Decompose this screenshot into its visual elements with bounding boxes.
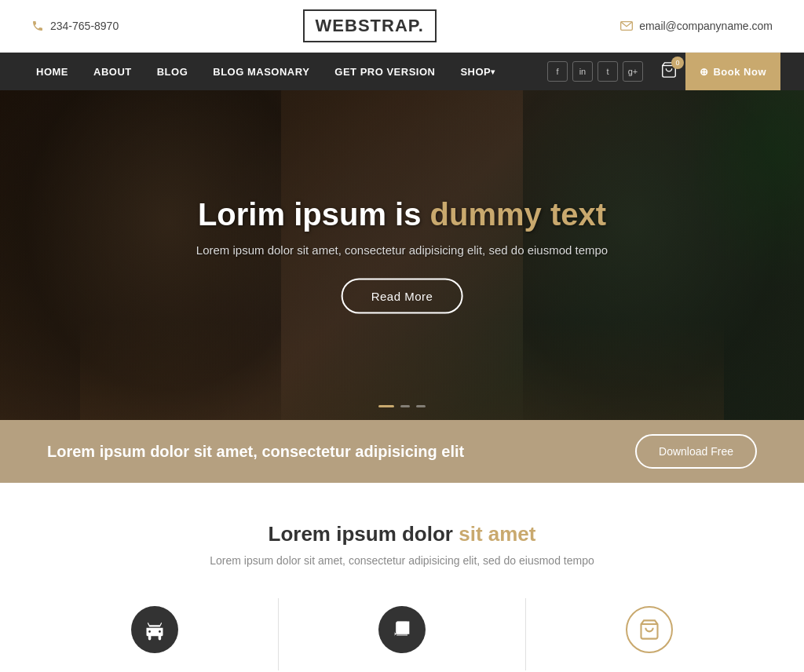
phone-contact: 234-765-8970 — [31, 20, 119, 32]
feature-cart — [526, 598, 773, 670]
phone-number: 234-765-8970 — [50, 20, 119, 32]
nav-shop[interactable]: SHOP — [448, 53, 507, 90]
nav-home[interactable]: HOME — [24, 53, 81, 90]
social-twitter[interactable]: t — [598, 61, 618, 82]
cart-badge: 0 — [671, 57, 684, 69]
hero-dot-2[interactable] — [400, 405, 410, 407]
cart-icon-circle — [626, 606, 673, 653]
book-now-button[interactable]: ⊕ Book Now — [685, 53, 780, 90]
main-nav: HOME ABOUT BLOG BLOG MASONARY GET PRO VE… — [0, 53, 804, 90]
site-logo: WEBSTRAP. — [303, 9, 437, 42]
hero-dot-active[interactable] — [378, 405, 394, 407]
top-bar: 234-765-8970 WEBSTRAP. email@companyname… — [0, 0, 804, 53]
nav-blog[interactable]: BLOG — [144, 53, 201, 90]
social-icons: f in t g+ — [547, 61, 643, 82]
hero-section: Lorim ipsum is dummy text Lorem ipsum do… — [0, 90, 804, 420]
phone-icon — [31, 20, 44, 32]
email-address: email@companyname.com — [639, 20, 773, 32]
nav-about[interactable]: ABOUT — [81, 53, 144, 90]
section-subtitle: Lorem ipsum dolor sit amet, consectetur … — [31, 554, 773, 567]
nav-blog-masonary[interactable]: BLOG MASONARY — [200, 53, 322, 90]
feature-android — [31, 598, 279, 670]
cart-icon[interactable]: 0 — [660, 61, 678, 82]
cart-feature-icon — [638, 619, 660, 641]
feature-book — [279, 598, 526, 670]
book-icon-circle — [378, 606, 426, 653]
promo-band: Lorem ipsum dolor sit amet, consectetur … — [0, 420, 804, 483]
promo-text: Lorem ipsum dolor sit amet, consectetur … — [47, 443, 464, 461]
hero-cta-button[interactable]: Read More — [342, 279, 463, 314]
features-section: Lorem ipsum dolor sit amet Lorem ipsum d… — [0, 483, 804, 672]
hero-dots — [378, 405, 426, 407]
hero-dot-3[interactable] — [416, 405, 426, 407]
nav-links: HOME ABOUT BLOG BLOG MASONARY GET PRO VE… — [24, 53, 538, 90]
nav-get-pro[interactable]: GET PRO VERSION — [322, 53, 448, 90]
android-icon-circle — [131, 606, 178, 653]
hero-subtitle: Lorem ipsum dolor sit amet, consectetur … — [121, 243, 684, 257]
social-google[interactable]: g+ — [623, 61, 643, 82]
android-icon — [144, 619, 166, 641]
hero-title: Lorim ipsum is dummy text — [121, 197, 684, 232]
email-icon — [620, 21, 633, 31]
section-title: Lorem ipsum dolor sit amet — [31, 522, 773, 546]
email-contact: email@companyname.com — [620, 20, 773, 32]
social-linkedin[interactable]: in — [572, 61, 593, 82]
hero-content: Lorim ipsum is dummy text Lorem ipsum do… — [121, 197, 684, 314]
features-icons-row — [31, 598, 773, 670]
download-free-button[interactable]: Download Free — [635, 434, 757, 469]
social-facebook[interactable]: f — [547, 61, 568, 82]
book-icon — [391, 619, 413, 641]
